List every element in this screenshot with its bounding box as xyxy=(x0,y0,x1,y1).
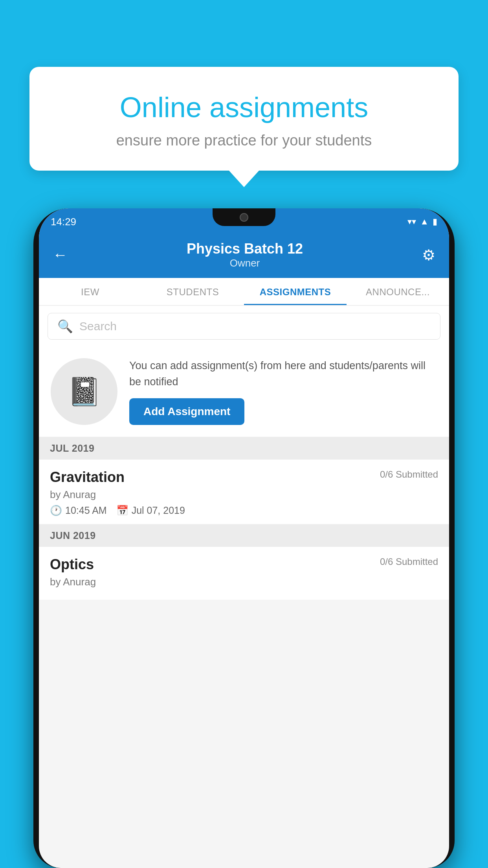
camera-icon xyxy=(240,213,248,222)
assignment-gravitation[interactable]: Gravitation 0/6 Submitted by Anurag 🕐 10… xyxy=(39,460,449,524)
search-placeholder: Search xyxy=(79,320,117,333)
assignment-name-gravitation: Gravitation xyxy=(50,469,125,485)
batch-title: Physics Batch 12 xyxy=(187,241,303,257)
promo-section: 📓 You can add assignment(s) from here an… xyxy=(39,347,449,437)
clock-icon: 🕐 xyxy=(50,505,62,516)
wifi-icon: ▾▾ xyxy=(407,217,416,227)
tab-assignments[interactable]: ASSIGNMENTS xyxy=(244,278,347,305)
tab-iew[interactable]: IEW xyxy=(39,278,141,305)
tooltip-title: Online assignments xyxy=(57,90,431,124)
assignment-date: 📅 Jul 07, 2019 xyxy=(116,505,185,516)
signal-icon: ▲ xyxy=(420,217,429,227)
assignment-time-value: 10:45 AM xyxy=(65,505,107,516)
assignment-row-top-optics: Optics 0/6 Submitted xyxy=(50,556,438,573)
assignment-row-top: Gravitation 0/6 Submitted xyxy=(50,469,438,485)
batch-role: Owner xyxy=(187,257,303,269)
promo-description: You can add assignment(s) from here and … xyxy=(129,358,437,390)
search-icon: 🔍 xyxy=(57,319,73,334)
battery-icon: ▮ xyxy=(433,217,437,227)
calendar-icon: 📅 xyxy=(116,505,128,516)
promo-right: You can add assignment(s) from here and … xyxy=(129,358,437,425)
assignment-submitted-gravitation: 0/6 Submitted xyxy=(380,469,438,480)
app-header: ← Physics Batch 12 Owner ⚙ xyxy=(39,232,449,278)
search-bar[interactable]: 🔍 Search xyxy=(48,313,440,340)
assignment-date-value: Jul 07, 2019 xyxy=(132,505,185,516)
promo-icon-circle: 📓 xyxy=(51,358,117,425)
settings-button[interactable]: ⚙ xyxy=(422,246,435,264)
tooltip-subtitle: ensure more practice for your students xyxy=(57,132,431,149)
section-header-jul: JUL 2019 xyxy=(39,437,449,460)
tabs-bar: IEW STUDENTS ASSIGNMENTS ANNOUNCE... xyxy=(39,278,449,306)
phone-screen: 14:29 ▾▾ ▲ ▮ ← Physics Batch 12 Owner ⚙ … xyxy=(39,208,449,868)
tab-students[interactable]: STUDENTS xyxy=(141,278,244,305)
assignment-meta-gravitation: 🕐 10:45 AM 📅 Jul 07, 2019 xyxy=(50,505,438,516)
tooltip-card: Online assignments ensure more practice … xyxy=(29,67,459,171)
status-time: 14:29 xyxy=(51,216,76,228)
header-center: Physics Batch 12 Owner xyxy=(187,241,303,269)
status-icons: ▾▾ ▲ ▮ xyxy=(407,217,437,227)
assignment-optics[interactable]: Optics 0/6 Submitted by Anurag xyxy=(39,547,449,600)
back-button[interactable]: ← xyxy=(53,246,68,263)
search-container: 🔍 Search xyxy=(39,306,449,347)
assignment-by-optics: by Anurag xyxy=(50,576,438,588)
assignment-time: 🕐 10:45 AM xyxy=(50,505,107,516)
assignment-name-optics: Optics xyxy=(50,556,94,573)
notebook-icon: 📓 xyxy=(67,375,101,408)
tab-announcements[interactable]: ANNOUNCE... xyxy=(347,278,449,305)
section-header-jun: JUN 2019 xyxy=(39,524,449,547)
assignment-by-gravitation: by Anurag xyxy=(50,489,438,501)
add-assignment-button[interactable]: Add Assignment xyxy=(129,398,244,425)
assignment-submitted-optics: 0/6 Submitted xyxy=(380,556,438,567)
phone-notch xyxy=(213,208,275,226)
phone-frame: 14:29 ▾▾ ▲ ▮ ← Physics Batch 12 Owner ⚙ … xyxy=(33,208,455,868)
